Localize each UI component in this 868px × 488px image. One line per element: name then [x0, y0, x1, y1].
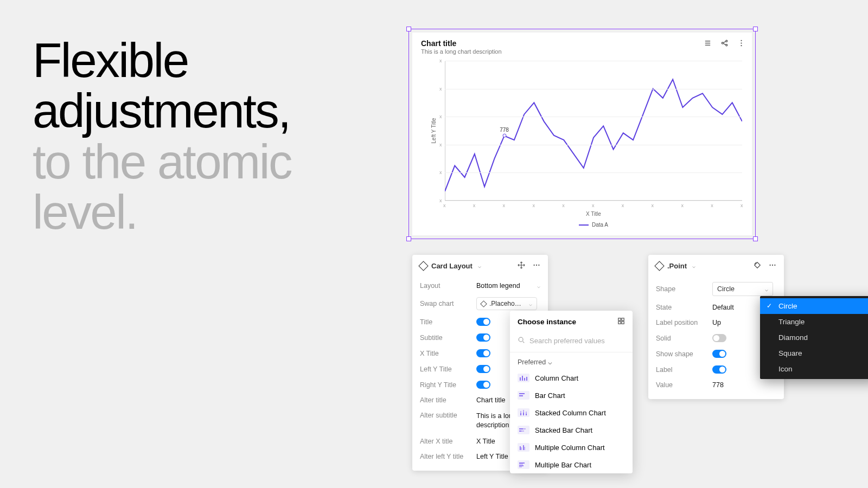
- share-icon[interactable]: [720, 39, 729, 49]
- picker-section-label[interactable]: Preferred ⌵: [510, 352, 633, 369]
- chart-card: Chart title This is a long chart descrip…: [412, 33, 752, 235]
- svg-rect-27: [520, 413, 521, 415]
- svg-point-10: [741, 45, 742, 46]
- grid-icon[interactable]: [617, 317, 625, 326]
- svg-point-47: [774, 265, 775, 266]
- headline-line-1: Flexible: [33, 35, 291, 86]
- picker-search[interactable]: Search preferred values: [510, 333, 633, 352]
- svg-rect-41: [519, 464, 523, 465]
- shape-select[interactable]: Circle⌵: [712, 282, 773, 296]
- picker-item[interactable]: Bar Chart: [510, 387, 633, 404]
- picker-item[interactable]: Multiple Bar Chart: [510, 456, 633, 473]
- svg-rect-33: [519, 428, 523, 429]
- more-horizontal-icon[interactable]: [533, 261, 540, 271]
- svg-point-8: [741, 40, 742, 41]
- list-icon[interactable]: [704, 39, 712, 49]
- swap-instance-select[interactable]: .Placehol…⌵: [476, 297, 537, 310]
- instance-picker-popover: Choose instance Search preferred values …: [510, 311, 633, 473]
- marketing-headline: Flexible adjustments, to the atomic leve…: [33, 35, 291, 238]
- picker-item[interactable]: Stacked Bar Chart: [510, 421, 633, 439]
- dropdown-item[interactable]: Triangle: [760, 314, 868, 330]
- svg-rect-37: [521, 447, 522, 450]
- svg-rect-36: [520, 446, 521, 450]
- dropdown-item[interactable]: Icon: [760, 361, 868, 377]
- svg-point-18: [519, 337, 523, 342]
- svg-point-12: [536, 265, 537, 266]
- more-vertical-icon[interactable]: [737, 39, 745, 49]
- resize-handle-top-left[interactable]: [406, 27, 411, 31]
- plot-area: Left Y Title X Title Data A xxxxxxxxxxxx…: [445, 61, 742, 201]
- svg-rect-16: [618, 322, 621, 324]
- search-icon: [518, 336, 525, 345]
- svg-rect-24: [519, 393, 525, 394]
- shape-dropdown-menu: CircleTriangleDiamondSquareIcon: [760, 296, 868, 379]
- selection-frame[interactable]: Chart title This is a long chart descrip…: [409, 29, 756, 239]
- value-row[interactable]: Value778: [648, 377, 784, 393]
- dropdown-item[interactable]: Square: [760, 345, 868, 361]
- svg-point-5: [726, 44, 727, 46]
- resize-handle-bottom-left[interactable]: [406, 236, 411, 241]
- picker-title: Choose instance: [518, 318, 576, 326]
- svg-point-13: [538, 265, 539, 266]
- left-y-axis-title: Left Y Title: [431, 118, 437, 144]
- lytitle-toggle[interactable]: [476, 365, 490, 373]
- x-axis-title: X Title: [445, 211, 742, 217]
- svg-rect-23: [526, 377, 527, 381]
- picker-item[interactable]: Multiple Column Chart: [510, 439, 633, 456]
- chevron-down-icon[interactable]: ⌵: [692, 263, 695, 269]
- line-series: [445, 61, 742, 201]
- component-icon: [654, 261, 664, 271]
- more-horizontal-icon[interactable]: [769, 261, 776, 271]
- svg-rect-38: [523, 445, 524, 450]
- svg-rect-40: [519, 463, 525, 464]
- title-toggle[interactable]: [476, 318, 490, 326]
- chart-thumb-icon: [518, 391, 529, 400]
- panel-title[interactable]: .Point: [667, 262, 687, 270]
- svg-point-45: [769, 265, 770, 266]
- headline-line-3: to the atomic: [33, 137, 291, 187]
- svg-rect-25: [519, 395, 523, 396]
- chart-thumb-icon: [518, 408, 529, 417]
- chart-thumb-icon: [518, 460, 529, 469]
- move-icon[interactable]: [518, 261, 525, 271]
- dropdown-item[interactable]: Diamond: [760, 330, 868, 345]
- chart-title: Chart title: [421, 39, 743, 48]
- rytitle-toggle[interactable]: [476, 381, 490, 389]
- picker-item[interactable]: Stacked Column Chart: [510, 404, 633, 421]
- svg-rect-35: [519, 431, 521, 432]
- svg-rect-43: [519, 466, 522, 467]
- svg-rect-22: [524, 378, 525, 381]
- chevron-down-icon[interactable]: ⌵: [478, 263, 481, 269]
- svg-point-46: [772, 265, 773, 266]
- detach-icon[interactable]: [754, 261, 761, 271]
- resize-handle-top-right[interactable]: [753, 27, 758, 31]
- highlight-point-label: 778: [500, 127, 509, 133]
- subtitle-toggle[interactable]: [476, 333, 490, 342]
- picker-item[interactable]: Column Chart: [510, 369, 633, 387]
- resize-handle-bottom-right[interactable]: [753, 236, 758, 241]
- svg-line-6: [723, 41, 726, 42]
- chart-thumb-icon: [518, 374, 529, 382]
- solid-toggle[interactable]: [712, 334, 726, 342]
- layout-row[interactable]: LayoutBottom legend⌵: [412, 278, 548, 293]
- xtitle-toggle[interactable]: [476, 349, 490, 357]
- svg-rect-17: [622, 322, 624, 324]
- show-shape-toggle[interactable]: [712, 350, 726, 358]
- svg-rect-14: [618, 318, 621, 320]
- dropdown-item[interactable]: Circle: [760, 298, 868, 314]
- svg-line-7: [723, 43, 726, 44]
- chart-description: This is a long chart description: [421, 48, 743, 55]
- svg-point-9: [741, 42, 742, 43]
- highlight-point-icon: [502, 134, 506, 138]
- svg-rect-20: [520, 377, 521, 381]
- chart-thumb-icon: [518, 426, 529, 434]
- panel-title[interactable]: Card Layout: [431, 262, 473, 270]
- svg-rect-42: [519, 465, 524, 466]
- chart-thumb-icon: [518, 443, 529, 452]
- svg-rect-39: [524, 447, 525, 450]
- svg-point-4: [726, 40, 727, 42]
- svg-rect-31: [526, 414, 527, 415]
- label-toggle[interactable]: [712, 365, 726, 374]
- svg-point-3: [722, 42, 723, 44]
- chart-legend: Data A: [445, 222, 742, 228]
